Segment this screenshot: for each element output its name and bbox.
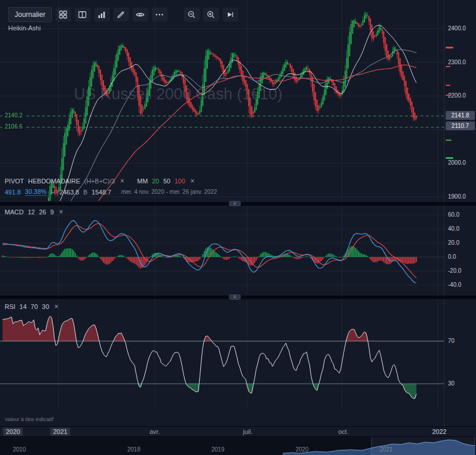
navigator-year-label: 2018	[127, 446, 140, 453]
mm-period-50: 50	[163, 178, 170, 185]
rsi-lower-level: 30	[42, 303, 49, 310]
macd-signal-period: 9	[50, 209, 54, 216]
zoom-in-icon	[206, 10, 216, 19]
mm-period-100: 100	[175, 178, 185, 185]
history-navigator[interactable]: 20102018201920202021	[0, 437, 476, 455]
high-label: H	[51, 189, 55, 196]
eye-icon	[135, 10, 145, 19]
navigator-year-label: 2020	[296, 446, 308, 453]
layout-grid-button[interactable]	[55, 8, 71, 22]
rsi-close-button[interactable]: ×	[53, 303, 60, 311]
pivot-level-label: 2140.2	[2, 112, 25, 119]
mm-period-20: 20	[152, 178, 159, 185]
layout-grid-icon	[58, 10, 68, 19]
macd-close-button[interactable]: ×	[58, 208, 64, 216]
macd-axis-label: -20.0	[448, 268, 461, 274]
pivot-indicator-formula: (H+B+C)/3	[84, 178, 115, 185]
price-axis-column[interactable]: 2400.02300.02200.02000.01900.060.040.020…	[444, 0, 476, 426]
split-columns-button[interactable]	[75, 8, 91, 22]
ellipsis-icon	[155, 10, 164, 19]
time-axis-label: avr.	[147, 428, 163, 436]
macd-fast-period: 12	[27, 209, 34, 216]
macd-slow-period: 26	[39, 209, 46, 216]
mm-close-button[interactable]: ×	[189, 177, 196, 185]
pivot-indicator-name: PIVOT	[5, 178, 24, 185]
chart-toolbar: Journalier	[8, 7, 238, 22]
more-options-button[interactable]	[152, 8, 168, 22]
navigator-year-label: 2019	[211, 446, 224, 453]
price-chart-pane[interactable]: US Russell 2000 Cash (1€10)	[0, 0, 444, 202]
pivot-values-row: 491.8 30.38% H 2463.8 B 1548.7 mer. 4 no…	[5, 188, 217, 196]
rsi-period: 14	[19, 303, 26, 310]
rsi-axis-label: 70	[448, 338, 454, 344]
pane-resize-handle[interactable]: ≡	[229, 201, 241, 206]
low-value: 1548.7	[92, 189, 112, 196]
pivot-close-button[interactable]: ×	[119, 177, 126, 185]
time-axis-label: 2022	[429, 428, 449, 436]
pivot-level-label: 2106.6	[2, 123, 25, 130]
navigator-year-label: 2010	[13, 446, 26, 453]
price-tag: 2141.8	[446, 111, 475, 120]
macd-name: MACD	[5, 209, 23, 216]
macd-axis-label: 0.0	[448, 253, 456, 260]
candle-style-label: Heikin-Ashi	[8, 25, 41, 32]
rsi-axis-label: 30	[448, 380, 454, 387]
macd-indicator-row: MACD 12 26 9 ×	[5, 208, 64, 216]
macd-axis-label: 40.0	[448, 225, 459, 232]
time-axis[interactable]: 20202021avr.juil.oct.2022	[0, 426, 476, 437]
pencil-icon	[116, 10, 126, 19]
macd-axis-label: -40.0	[448, 282, 461, 288]
time-axis-label: 2020	[3, 428, 23, 436]
low-label: B	[83, 189, 87, 196]
price-axis-label: 2400.0	[448, 25, 466, 32]
price-axis-label: 2300.0	[448, 59, 466, 65]
trading-chart-app: US Russell 2000 Cash (1€10) 2400.02300.0…	[0, 0, 476, 455]
visible-range-label: mer. 4 nov. 2020 - mer. 26 janv. 2022	[121, 189, 217, 195]
pivot-level-mark	[446, 140, 451, 141]
rsi-indicator-row: RSI 14 70 30 ×	[5, 303, 60, 311]
pivot-mm-indicator-row: PIVOT HEBDOMADAIRE (H+B+C)/3 × MM 20 50 …	[5, 177, 196, 185]
zoom-out-icon	[187, 10, 196, 19]
pivot-level-mark	[446, 95, 451, 96]
pivot-percent[interactable]: 30.38%	[25, 188, 47, 196]
pivot-indicator-mode: HEBDOMADAIRE	[28, 178, 80, 185]
time-axis-label: juil.	[240, 428, 256, 436]
zoom-in-button[interactable]	[203, 8, 219, 22]
pane-resize-handle[interactable]: ≡	[229, 294, 241, 300]
step-forward-icon	[225, 10, 235, 19]
macd-axis-label: 60.0	[448, 211, 459, 218]
price-axis-label: 1900.0	[448, 193, 466, 200]
view-button[interactable]	[133, 8, 148, 22]
rsi-name: RSI	[5, 303, 15, 310]
price-tag: 2110.7	[446, 121, 475, 130]
rsi-upper-level: 70	[31, 303, 38, 310]
high-value: 2463.8	[60, 189, 79, 196]
time-axis-label: 2021	[50, 428, 70, 436]
navigator-area-chart[interactable]	[0, 437, 476, 455]
disclaimer-text: Valeur à titre indicatif	[5, 416, 53, 422]
timeframe-button[interactable]: Journalier	[8, 7, 52, 22]
chart-type-button[interactable]	[94, 8, 110, 22]
pivot-level-mark	[446, 85, 450, 86]
columns-icon	[78, 10, 87, 19]
bar-chart-icon	[97, 10, 106, 19]
navigator-year-label: 2021	[380, 446, 392, 453]
zoom-out-button[interactable]	[184, 8, 200, 22]
pivot-level-mark	[446, 157, 453, 159]
rsi-pane[interactable]	[0, 299, 444, 410]
pivot-level-mark	[446, 47, 453, 48]
mm-indicator-name: MM	[137, 178, 148, 185]
pivot-level-mark	[446, 66, 450, 67]
pivot-value: 491.8	[5, 189, 21, 196]
macd-axis-label: 20.0	[448, 239, 459, 246]
draw-button[interactable]	[113, 8, 129, 22]
macd-pane[interactable]	[0, 206, 444, 296]
go-to-last-button[interactable]	[223, 8, 238, 22]
price-axis-label: 2000.0	[448, 159, 466, 166]
time-axis-label: oct.	[335, 428, 352, 436]
